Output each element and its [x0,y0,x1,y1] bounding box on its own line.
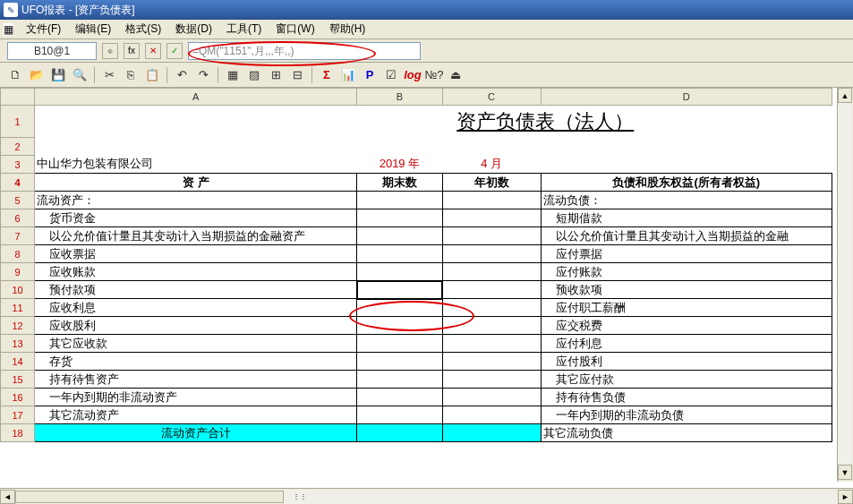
col-title-assets[interactable]: 资 产 [35,174,357,192]
row-header[interactable]: 3 [1,156,35,174]
cell-liab[interactable]: 持有待售负债 [541,389,832,406]
spreadsheet-grid[interactable]: A B C D 1 资产负债表（法人） 2 3 中山华力包装有限公司 2019 … [0,88,832,442]
cut-icon[interactable]: ✂ [99,65,119,85]
cell-begin[interactable] [442,335,541,353]
row-header[interactable]: 2 [1,138,35,156]
cell-liab[interactable]: 应付票据 [541,245,832,263]
cell-begin[interactable] [442,227,541,245]
month-value[interactable]: 4 月 [442,156,541,174]
redo-icon[interactable]: ↷ [193,65,213,85]
delete-icon[interactable]: ▨ [244,65,264,85]
scroll-thumb[interactable] [15,491,284,503]
row-header[interactable]: 7 [1,227,35,245]
cell-end[interactable] [357,227,442,245]
cell-asset[interactable]: 预付款项 [35,281,357,299]
cell-end[interactable] [357,317,442,335]
cell-begin[interactable] [442,353,541,371]
open-icon[interactable]: 📂 [27,65,47,85]
row-header[interactable]: 18 [1,424,35,442]
cell-begin[interactable] [442,389,541,406]
cell-liab[interactable]: 其它应付款 [541,371,832,389]
cell-begin[interactable] [442,371,541,389]
scroll-right-icon[interactable]: ► [838,490,853,504]
cell-liab[interactable]: 流动负债： [541,192,832,209]
row-header[interactable]: 1 [1,106,35,138]
vertical-scrollbar[interactable]: ▲ ▼ [837,88,853,482]
checkbox-icon[interactable]: ☑ [381,65,401,85]
row-header[interactable]: 8 [1,245,35,263]
cell-end[interactable] [357,371,442,389]
cell[interactable] [541,156,832,174]
paste-icon[interactable]: 📋 [142,65,162,85]
scroll-down-icon[interactable]: ▼ [838,465,852,480]
copy-icon[interactable]: ⎘ [121,65,141,85]
col-title-begin[interactable]: 年初数 [442,174,541,192]
cell-asset[interactable]: 存货 [35,353,357,371]
menu-tools[interactable]: 工具(T) [219,20,269,38]
cell-liab[interactable]: 应付股利 [541,353,832,371]
row-header[interactable]: 11 [1,299,35,317]
new-icon[interactable]: 🗋 [5,65,25,85]
fx-icon[interactable]: ⟐ [102,43,118,59]
help-icon[interactable]: №? [424,65,444,85]
col-header-b[interactable]: B [357,89,442,106]
cell-end[interactable] [357,335,442,353]
col-header-a[interactable]: A [35,89,357,106]
menu-help[interactable]: 帮助(H) [322,20,373,38]
p-icon[interactable]: P [360,65,380,85]
save-icon[interactable]: 💾 [48,65,68,85]
fx-button[interactable]: fx [124,43,140,59]
sigma-icon[interactable]: Σ [317,65,337,85]
log-icon[interactable]: log [403,65,422,85]
row-header[interactable]: 12 [1,317,35,335]
col-title-liab[interactable]: 负债和股东权益(所有者权益) [541,174,832,192]
cell-begin[interactable] [442,299,541,317]
row-header[interactable]: 9 [1,263,35,281]
cell-asset[interactable]: 应收股利 [35,317,357,335]
cell-liab[interactable]: 短期借款 [541,209,832,227]
col-header-d[interactable]: D [541,89,832,106]
year-value[interactable]: 2019 年 [357,156,442,174]
scroll-track[interactable]: ⋮⋮ [15,490,838,504]
formula-input[interactable]: =QM("1151",月,,,年,,) [188,42,421,60]
cell-begin[interactable] [442,281,541,299]
row-header[interactable]: 15 [1,371,35,389]
row-header[interactable]: 14 [1,353,35,371]
scroll-up-icon[interactable]: ▲ [838,88,852,103]
confirm-formula-icon[interactable]: ✓ [166,43,183,59]
cell-begin[interactable] [442,209,541,227]
row-header[interactable]: 16 [1,389,35,406]
cell-end[interactable] [357,406,442,424]
cell-end[interactable] [357,353,442,371]
row-header[interactable]: 10 [1,281,35,299]
row-header[interactable]: 6 [1,209,35,227]
menu-edit[interactable]: 编辑(E) [68,20,118,38]
horizontal-scrollbar[interactable]: ◄ ⋮⋮ ► [0,488,853,504]
cell[interactable] [35,138,832,156]
cell-liab[interactable]: 预收款项 [541,281,832,299]
menu-window[interactable]: 窗口(W) [269,20,321,38]
cell-asset[interactable]: 应收票据 [35,245,357,263]
cell-end[interactable] [357,424,442,442]
menu-file[interactable]: 文件(F) [19,20,68,38]
cell-end[interactable] [357,245,442,263]
row-header[interactable]: 4 [1,174,35,192]
cell-end[interactable] [357,299,442,317]
col-title-end[interactable]: 期末数 [357,174,442,192]
cell-end[interactable] [357,209,442,227]
cell-end[interactable] [357,281,442,299]
undo-icon[interactable]: ↶ [172,65,192,85]
merge-icon[interactable]: ⊞ [266,65,286,85]
cell-asset[interactable]: 流动资产合计 [35,424,357,442]
cell-begin[interactable] [442,406,541,424]
cell-end[interactable] [357,389,442,406]
cell-asset[interactable]: 流动资产： [35,192,357,209]
cell-liab[interactable]: 一年内到期的非流动负债 [541,406,832,424]
row-header[interactable]: 5 [1,192,35,209]
cell-liab[interactable]: 应付职工薪酬 [541,299,832,317]
cell-begin[interactable] [442,245,541,263]
cell-asset[interactable]: 货币资金 [35,209,357,227]
scroll-track-v[interactable] [838,103,852,465]
row-header[interactable]: 17 [1,406,35,424]
menu-data[interactable]: 数据(D) [168,20,219,38]
